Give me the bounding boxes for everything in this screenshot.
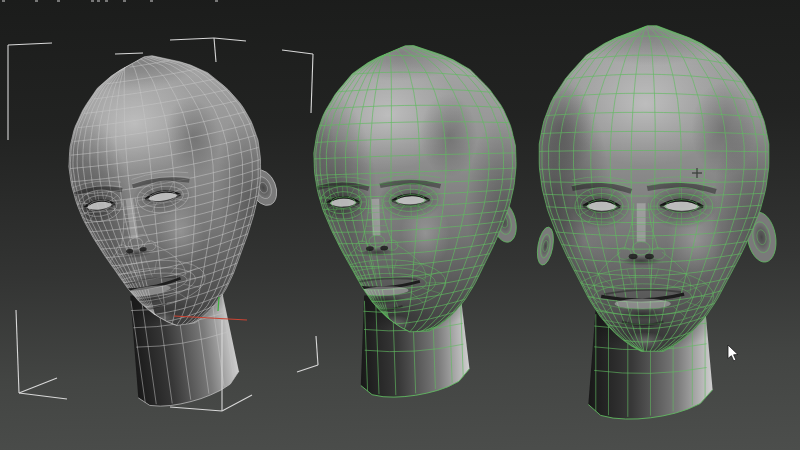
nose-highlight (375, 199, 376, 235)
3d-viewport[interactable] (0, 0, 800, 450)
head-wireframe-white[interactable] (17, 18, 318, 420)
ear (535, 226, 556, 266)
lower-lip-highlight (615, 299, 671, 309)
mouse-cursor (728, 345, 738, 361)
scene-canvas[interactable] (0, 0, 800, 450)
head-edged-faces-center[interactable] (273, 19, 551, 401)
head-edged-faces-right[interactable] (498, 0, 800, 419)
